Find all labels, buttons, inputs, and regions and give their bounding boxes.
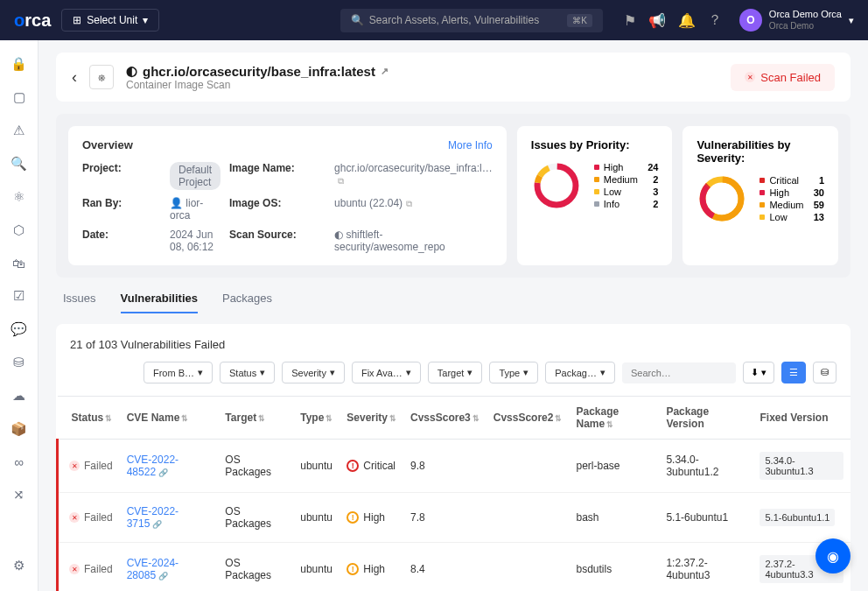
user-sub: Orca Demo	[769, 21, 842, 32]
scan-source-label: Scan Source:	[229, 229, 326, 253]
check-icon[interactable]: ☑	[13, 288, 24, 304]
global-search[interactable]: 🔍 Search Assets, Alerts, Vulnerabilities…	[340, 9, 603, 32]
image-name-value: ghcr.io/orcasecurity/base_infra:l…	[334, 162, 493, 174]
col-cvss3[interactable]: CvssScore3⇅	[403, 397, 486, 440]
image-name-label: Image Name:	[229, 162, 326, 190]
search-kbd: ⌘K	[567, 14, 592, 27]
tab-packages[interactable]: Packages	[222, 292, 272, 313]
package-icon[interactable]: 📦	[10, 421, 27, 437]
overview-title: Overview	[82, 138, 133, 151]
tab-issues[interactable]: Issues	[63, 292, 96, 313]
shuffle-icon[interactable]: ⤨	[13, 487, 24, 503]
legend-row[interactable]: Low3	[594, 186, 659, 197]
table-summary: 21 of 103 Vulnerabilities Failed	[56, 338, 850, 362]
search-icon[interactable]: 🔍	[10, 156, 27, 172]
chat-icon[interactable]: 💬	[10, 321, 27, 337]
lock-icon[interactable]: 🔒	[10, 56, 27, 72]
bag-icon[interactable]: 🛍	[12, 256, 25, 271]
legend-row[interactable]: Medium59	[760, 200, 824, 210]
issues-priority-card: Issues by Priority: High24Medium2Low3Inf…	[517, 126, 673, 265]
avatar: O	[739, 9, 762, 32]
vuln-table-card: 21 of 103 Vulnerabilities Failed From B……	[56, 324, 850, 591]
filter-from[interactable]: From B… ▾	[144, 362, 213, 383]
col-status[interactable]: Status⇅	[58, 397, 120, 440]
title-text: ghcr.io/orcasecurity/base_infra:latest	[143, 64, 375, 79]
legend-row[interactable]: High24	[594, 162, 659, 172]
back-button[interactable]: ‹	[72, 68, 77, 87]
help-icon[interactable]: ？	[708, 11, 722, 30]
link-icon[interactable]: ∞	[14, 454, 24, 469]
scan-source-value[interactable]: shiftleft-security/awesome_repo	[334, 229, 445, 253]
top-icons: ⚑ 📢 🔔 ？	[624, 11, 722, 30]
tabs: Issues Vulnerabilities Packages	[63, 292, 850, 313]
gear-icon[interactable]: ⚙	[13, 558, 24, 573]
unit-label: Select Unit	[87, 14, 137, 26]
legend-row[interactable]: Low13	[760, 212, 824, 222]
overview-card: Overview More Info Project: Default Proj…	[68, 126, 507, 265]
table-search[interactable]	[622, 362, 736, 383]
filter-status[interactable]: Status ▾	[220, 362, 275, 383]
copy-icon[interactable]: ⧉	[338, 176, 344, 186]
graph-icon[interactable]: ⚛	[13, 189, 24, 205]
table-row[interactable]: ✕Failed CVE-2022-3715🔗 OS Packages ubunt…	[58, 493, 851, 543]
view-group-button[interactable]: ⛁	[813, 362, 836, 383]
alert-icon[interactable]: ⚠	[13, 123, 24, 138]
external-link-icon[interactable]: ↗	[381, 66, 388, 77]
col-pkg-ver[interactable]: Package Version	[659, 397, 752, 440]
layers-icon: ⊞	[73, 14, 81, 26]
page-header: ‹ ⎈ ◐ ghcr.io/orcasecurity/base_infra:la…	[56, 53, 850, 102]
ran-by-value: lior-orca	[170, 197, 203, 222]
date-label: Date:	[82, 229, 161, 253]
fail-icon: ✕	[745, 72, 755, 82]
col-type[interactable]: Type⇅	[293, 397, 340, 440]
legend-row[interactable]: High30	[760, 187, 824, 198]
tab-vulnerabilities[interactable]: Vulnerabilities	[121, 292, 198, 313]
unit-selector[interactable]: ⊞ Select Unit ▾	[61, 9, 159, 32]
project-label: Project:	[82, 162, 161, 190]
atom-icon[interactable]: ⬡	[13, 222, 24, 238]
filter-severity[interactable]: Severity ▾	[282, 362, 345, 383]
container-icon: ⎈	[89, 65, 114, 89]
search-placeholder: Search Assets, Alerts, Vulnerabilities	[369, 14, 539, 26]
col-fixed[interactable]: Fixed Version	[752, 397, 850, 440]
flag-icon[interactable]: ⚑	[624, 12, 636, 29]
col-pkg-name[interactable]: Package Name⇅	[569, 397, 659, 440]
filter-package[interactable]: Packag… ▾	[545, 362, 615, 383]
github-icon: ◐	[126, 63, 137, 79]
announce-icon[interactable]: 📢	[648, 12, 666, 29]
content: ‹ ⎈ ◐ ghcr.io/orcasecurity/base_infra:la…	[38, 40, 868, 591]
image-os-label: Image OS:	[229, 197, 326, 222]
issues-legend: High24Medium2Low3Info2	[594, 160, 659, 211]
view-list-button[interactable]: ☰	[781, 362, 806, 383]
header-title: ◐ ghcr.io/orcasecurity/base_infra:latest…	[126, 63, 718, 91]
user-name: Orca Demo Orca	[769, 9, 842, 20]
col-severity[interactable]: Severity⇅	[340, 397, 403, 440]
col-target[interactable]: Target⇅	[218, 397, 293, 440]
cloud-icon[interactable]: ☁	[12, 388, 25, 404]
box-icon[interactable]: ▢	[13, 89, 25, 105]
legend-row[interactable]: Info2	[594, 199, 659, 209]
bell-icon[interactable]: 🔔	[678, 12, 696, 29]
table-row[interactable]: ✕Failed CVE-2024-28085🔗 OS Packages ubun…	[58, 543, 851, 592]
filter-fix[interactable]: Fix Ava… ▾	[352, 362, 421, 383]
user-menu[interactable]: O Orca Demo Orca Orca Demo ▾	[739, 9, 854, 32]
download-button[interactable]: ⬇ ▾	[743, 362, 774, 383]
filter-target[interactable]: Target ▾	[428, 362, 483, 383]
help-fab[interactable]: ◉	[816, 538, 850, 573]
project-value[interactable]: Default Project	[170, 162, 220, 190]
db-icon[interactable]: ⛁	[13, 355, 24, 370]
copy-icon[interactable]: ⧉	[406, 199, 412, 208]
sidebar: 🔒 ▢ ⚠ 🔍 ⚛ ⬡ 🛍 ☑ 💬 ⛁ ☁ 📦 ∞ ⤨ ⚙	[0, 40, 38, 591]
subtitle: Container Image Scan	[126, 79, 718, 91]
filter-type[interactable]: Type ▾	[489, 362, 538, 383]
col-cve[interactable]: CVE Name⇅	[120, 397, 219, 440]
vuln-severity-card: Vulnerabilities by Severity: Critical1Hi…	[682, 126, 838, 265]
legend-row[interactable]: Critical1	[760, 175, 824, 186]
issues-title: Issues by Priority:	[531, 138, 659, 151]
col-cvss2[interactable]: CvssScore2⇅	[486, 397, 570, 440]
more-info-link[interactable]: More Info	[448, 139, 493, 151]
table-row[interactable]: ✕Failed CVE-2022-48522🔗 OS Packages ubun…	[58, 440, 851, 493]
topbar: orca ⊞ Select Unit ▾ 🔍 Search Assets, Al…	[0, 0, 868, 40]
vuln-table: Status⇅ CVE Name⇅ Target⇅ Type⇅ Severity…	[56, 396, 850, 591]
legend-row[interactable]: Medium2	[594, 174, 659, 185]
